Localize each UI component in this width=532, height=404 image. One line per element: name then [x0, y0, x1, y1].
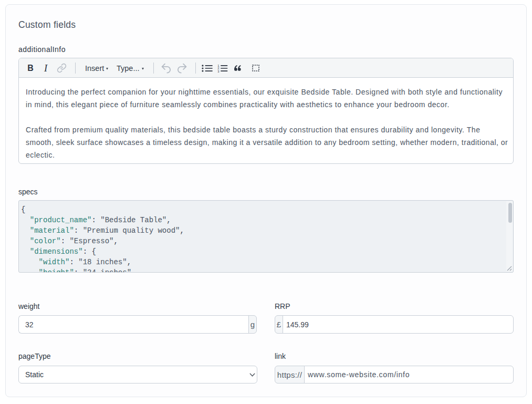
svg-text:3: 3 — [217, 69, 219, 72]
